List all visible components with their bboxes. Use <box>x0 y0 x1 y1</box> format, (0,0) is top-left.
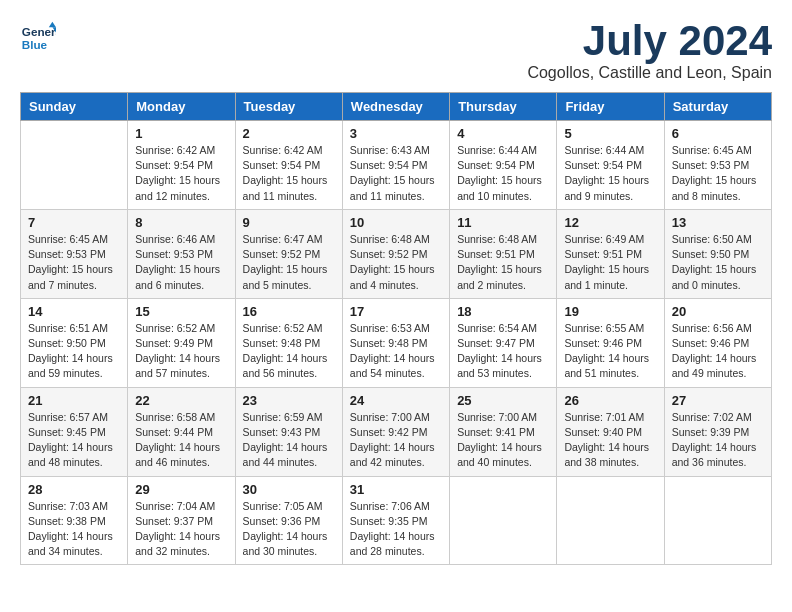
day-info: Sunrise: 6:48 AMSunset: 9:52 PMDaylight:… <box>350 232 442 293</box>
day-info: Sunrise: 6:51 AMSunset: 9:50 PMDaylight:… <box>28 321 120 382</box>
day-info: Sunrise: 6:43 AMSunset: 9:54 PMDaylight:… <box>350 143 442 204</box>
day-number: 3 <box>350 126 442 141</box>
calendar-cell: 2Sunrise: 6:42 AMSunset: 9:54 PMDaylight… <box>235 121 342 210</box>
day-info: Sunrise: 7:00 AMSunset: 9:42 PMDaylight:… <box>350 410 442 471</box>
day-info: Sunrise: 6:48 AMSunset: 9:51 PMDaylight:… <box>457 232 549 293</box>
day-number: 19 <box>564 304 656 319</box>
day-info: Sunrise: 6:55 AMSunset: 9:46 PMDaylight:… <box>564 321 656 382</box>
calendar-cell: 8Sunrise: 6:46 AMSunset: 9:53 PMDaylight… <box>128 209 235 298</box>
calendar-cell: 1Sunrise: 6:42 AMSunset: 9:54 PMDaylight… <box>128 121 235 210</box>
day-number: 13 <box>672 215 764 230</box>
calendar-header-cell: Sunday <box>21 93 128 121</box>
day-number: 17 <box>350 304 442 319</box>
day-info: Sunrise: 6:45 AMSunset: 9:53 PMDaylight:… <box>672 143 764 204</box>
day-number: 9 <box>243 215 335 230</box>
day-info: Sunrise: 7:04 AMSunset: 9:37 PMDaylight:… <box>135 499 227 560</box>
day-number: 1 <box>135 126 227 141</box>
day-number: 2 <box>243 126 335 141</box>
calendar-cell: 7Sunrise: 6:45 AMSunset: 9:53 PMDaylight… <box>21 209 128 298</box>
calendar-cell: 10Sunrise: 6:48 AMSunset: 9:52 PMDayligh… <box>342 209 449 298</box>
day-number: 25 <box>457 393 549 408</box>
calendar-cell: 12Sunrise: 6:49 AMSunset: 9:51 PMDayligh… <box>557 209 664 298</box>
calendar-cell: 19Sunrise: 6:55 AMSunset: 9:46 PMDayligh… <box>557 298 664 387</box>
day-info: Sunrise: 6:42 AMSunset: 9:54 PMDaylight:… <box>243 143 335 204</box>
day-info: Sunrise: 6:47 AMSunset: 9:52 PMDaylight:… <box>243 232 335 293</box>
calendar-cell: 17Sunrise: 6:53 AMSunset: 9:48 PMDayligh… <box>342 298 449 387</box>
calendar-week-row: 1Sunrise: 6:42 AMSunset: 9:54 PMDaylight… <box>21 121 772 210</box>
calendar-cell: 22Sunrise: 6:58 AMSunset: 9:44 PMDayligh… <box>128 387 235 476</box>
calendar-header-cell: Tuesday <box>235 93 342 121</box>
day-info: Sunrise: 6:49 AMSunset: 9:51 PMDaylight:… <box>564 232 656 293</box>
day-info: Sunrise: 7:06 AMSunset: 9:35 PMDaylight:… <box>350 499 442 560</box>
day-number: 4 <box>457 126 549 141</box>
calendar-cell <box>21 121 128 210</box>
month-title: July 2024 <box>527 20 772 62</box>
day-number: 15 <box>135 304 227 319</box>
calendar-week-row: 21Sunrise: 6:57 AMSunset: 9:45 PMDayligh… <box>21 387 772 476</box>
day-info: Sunrise: 7:01 AMSunset: 9:40 PMDaylight:… <box>564 410 656 471</box>
day-number: 22 <box>135 393 227 408</box>
logo-icon: General Blue <box>20 20 56 56</box>
calendar-header-cell: Saturday <box>664 93 771 121</box>
calendar-cell: 26Sunrise: 7:01 AMSunset: 9:40 PMDayligh… <box>557 387 664 476</box>
calendar-cell: 13Sunrise: 6:50 AMSunset: 9:50 PMDayligh… <box>664 209 771 298</box>
calendar-cell: 4Sunrise: 6:44 AMSunset: 9:54 PMDaylight… <box>450 121 557 210</box>
calendar-week-row: 28Sunrise: 7:03 AMSunset: 9:38 PMDayligh… <box>21 476 772 565</box>
day-info: Sunrise: 6:44 AMSunset: 9:54 PMDaylight:… <box>564 143 656 204</box>
calendar-cell: 23Sunrise: 6:59 AMSunset: 9:43 PMDayligh… <box>235 387 342 476</box>
day-number: 23 <box>243 393 335 408</box>
calendar-cell: 18Sunrise: 6:54 AMSunset: 9:47 PMDayligh… <box>450 298 557 387</box>
day-number: 11 <box>457 215 549 230</box>
calendar-week-row: 14Sunrise: 6:51 AMSunset: 9:50 PMDayligh… <box>21 298 772 387</box>
day-info: Sunrise: 6:44 AMSunset: 9:54 PMDaylight:… <box>457 143 549 204</box>
day-info: Sunrise: 6:54 AMSunset: 9:47 PMDaylight:… <box>457 321 549 382</box>
day-number: 14 <box>28 304 120 319</box>
calendar-cell: 14Sunrise: 6:51 AMSunset: 9:50 PMDayligh… <box>21 298 128 387</box>
day-info: Sunrise: 7:05 AMSunset: 9:36 PMDaylight:… <box>243 499 335 560</box>
day-info: Sunrise: 6:58 AMSunset: 9:44 PMDaylight:… <box>135 410 227 471</box>
day-number: 20 <box>672 304 764 319</box>
day-info: Sunrise: 7:03 AMSunset: 9:38 PMDaylight:… <box>28 499 120 560</box>
calendar-cell: 16Sunrise: 6:52 AMSunset: 9:48 PMDayligh… <box>235 298 342 387</box>
calendar-cell: 30Sunrise: 7:05 AMSunset: 9:36 PMDayligh… <box>235 476 342 565</box>
day-number: 12 <box>564 215 656 230</box>
calendar-cell <box>557 476 664 565</box>
calendar-header-cell: Thursday <box>450 93 557 121</box>
day-number: 30 <box>243 482 335 497</box>
logo: General Blue <box>20 20 56 56</box>
calendar-header-cell: Friday <box>557 93 664 121</box>
calendar-body: 1Sunrise: 6:42 AMSunset: 9:54 PMDaylight… <box>21 121 772 565</box>
day-number: 21 <box>28 393 120 408</box>
calendar-header-row: SundayMondayTuesdayWednesdayThursdayFrid… <box>21 93 772 121</box>
calendar-cell: 27Sunrise: 7:02 AMSunset: 9:39 PMDayligh… <box>664 387 771 476</box>
page-header: General Blue July 2024 Cogollos, Castill… <box>20 20 772 82</box>
location-title: Cogollos, Castille and Leon, Spain <box>527 64 772 82</box>
calendar-cell: 20Sunrise: 6:56 AMSunset: 9:46 PMDayligh… <box>664 298 771 387</box>
calendar-cell: 6Sunrise: 6:45 AMSunset: 9:53 PMDaylight… <box>664 121 771 210</box>
calendar-cell: 28Sunrise: 7:03 AMSunset: 9:38 PMDayligh… <box>21 476 128 565</box>
day-info: Sunrise: 6:53 AMSunset: 9:48 PMDaylight:… <box>350 321 442 382</box>
day-number: 8 <box>135 215 227 230</box>
calendar-cell <box>664 476 771 565</box>
day-info: Sunrise: 6:59 AMSunset: 9:43 PMDaylight:… <box>243 410 335 471</box>
day-info: Sunrise: 6:42 AMSunset: 9:54 PMDaylight:… <box>135 143 227 204</box>
day-number: 26 <box>564 393 656 408</box>
day-number: 6 <box>672 126 764 141</box>
calendar-cell: 29Sunrise: 7:04 AMSunset: 9:37 PMDayligh… <box>128 476 235 565</box>
day-number: 5 <box>564 126 656 141</box>
day-number: 27 <box>672 393 764 408</box>
day-info: Sunrise: 6:52 AMSunset: 9:49 PMDaylight:… <box>135 321 227 382</box>
day-info: Sunrise: 6:46 AMSunset: 9:53 PMDaylight:… <box>135 232 227 293</box>
calendar-cell: 15Sunrise: 6:52 AMSunset: 9:49 PMDayligh… <box>128 298 235 387</box>
day-info: Sunrise: 6:57 AMSunset: 9:45 PMDaylight:… <box>28 410 120 471</box>
day-info: Sunrise: 7:00 AMSunset: 9:41 PMDaylight:… <box>457 410 549 471</box>
day-number: 24 <box>350 393 442 408</box>
calendar-header-cell: Wednesday <box>342 93 449 121</box>
day-info: Sunrise: 6:45 AMSunset: 9:53 PMDaylight:… <box>28 232 120 293</box>
calendar-cell: 24Sunrise: 7:00 AMSunset: 9:42 PMDayligh… <box>342 387 449 476</box>
calendar-table: SundayMondayTuesdayWednesdayThursdayFrid… <box>20 92 772 565</box>
calendar-header-cell: Monday <box>128 93 235 121</box>
calendar-cell: 21Sunrise: 6:57 AMSunset: 9:45 PMDayligh… <box>21 387 128 476</box>
calendar-cell: 5Sunrise: 6:44 AMSunset: 9:54 PMDaylight… <box>557 121 664 210</box>
calendar-cell: 31Sunrise: 7:06 AMSunset: 9:35 PMDayligh… <box>342 476 449 565</box>
